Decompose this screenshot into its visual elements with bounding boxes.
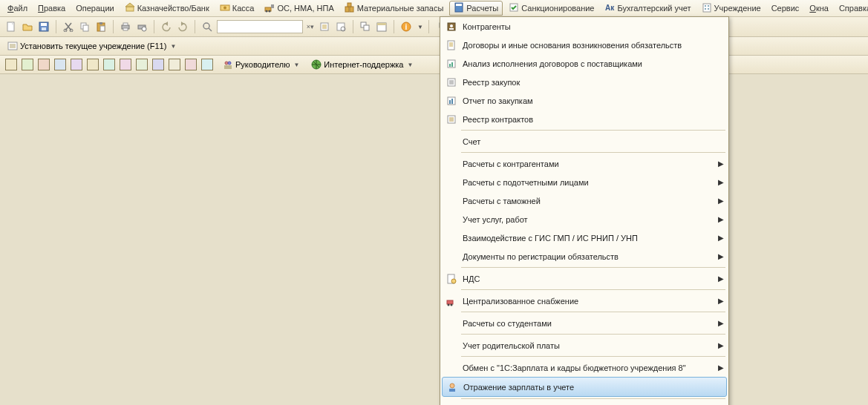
svg-point-5	[266, 10, 268, 13]
dd-item-24[interactable]: Обмен с "1С:Зарплата и кадры бюджетного …	[440, 358, 728, 377]
new-doc-icon[interactable]	[4, 20, 18, 33]
menu-касса[interactable]: Касса	[215, 1, 259, 16]
tb3-icon-13[interactable]	[200, 58, 214, 71]
dd-item-13[interactable]: Взаимодействие с ГИС ГМП / ИС РНИП / УНП…	[440, 228, 728, 247]
chevron-right-icon: ▶	[718, 297, 724, 305]
svg-rect-12	[456, 4, 462, 6]
chevron-down-icon[interactable]: ▼	[417, 24, 423, 30]
svg-rect-34	[447, 300, 453, 304]
svg-point-21	[450, 24, 453, 27]
menu-правка[interactable]: Правка	[33, 2, 70, 14]
svg-rect-17	[708, 5, 709, 7]
svg-point-33	[451, 279, 456, 283]
tb3-icon-9[interactable]	[135, 58, 149, 71]
windows-icon[interactable]	[359, 20, 372, 33]
dd-item-14[interactable]: Документы по регистрации обязательств▶	[440, 247, 728, 266]
tb3-icon-12[interactable]	[184, 58, 198, 71]
dd-item-25[interactable]: Отражение зарплаты в учете	[442, 377, 727, 397]
tb3-icon-1[interactable]	[4, 58, 18, 71]
set-org-button[interactable]: Установить текущее учреждение (F11) ▼	[4, 41, 179, 51]
dd-item-label: Документы по регистрации обязательств	[463, 252, 718, 261]
menu-бухгалтерский-учет[interactable]: АкБухгалтерский учет	[600, 1, 695, 16]
search-input[interactable]	[217, 20, 303, 33]
save-icon[interactable]	[37, 20, 50, 33]
menu-операции[interactable]: Операции	[71, 2, 118, 14]
manager-menu[interactable]: Руководителю ▼	[220, 59, 302, 70]
dd-item-label: Централизованное снабжение	[463, 297, 718, 306]
dd-item-9[interactable]: Расчеты с контрагентами▶	[440, 154, 728, 173]
dd-item-2[interactable]: Анализ исполнения договоров с поставщика…	[440, 54, 728, 73]
filter2-icon[interactable]	[334, 20, 347, 33]
menu-казначейство-банк[interactable]: Казначейство/Банк	[120, 1, 214, 16]
calendar-icon[interactable]	[375, 20, 388, 33]
svg-rect-30	[451, 99, 453, 104]
svg-rect-26	[451, 62, 453, 67]
undo-icon[interactable]	[160, 20, 173, 33]
search-icon[interactable]	[200, 20, 214, 33]
print-icon[interactable]	[119, 20, 132, 33]
set-org-label: Установить текущее учреждение (F11)	[20, 42, 166, 50]
chevron-down-icon: ▼	[407, 62, 413, 68]
dd-item-27[interactable]: Учет займов, кредитов▶	[440, 401, 728, 405]
svg-marker-56	[165, 22, 168, 26]
tb3-icon-11[interactable]	[168, 58, 181, 71]
print-preview-icon[interactable]	[135, 20, 149, 33]
filter-icon[interactable]	[318, 20, 331, 33]
svg-rect-42	[41, 23, 47, 26]
dd-item-label: Счет	[463, 137, 724, 146]
dd-item-label: Отчет по закупкам	[463, 96, 724, 105]
menu-окна[interactable]: Окна	[805, 2, 833, 14]
dd-item-11[interactable]: Расчеты с таможней▶	[440, 191, 728, 210]
tb3-icon-10[interactable]	[151, 58, 165, 71]
paste-icon[interactable]	[94, 20, 108, 33]
dd-item-label: Контрагенты	[463, 22, 724, 31]
search-dropdown-icon[interactable]: ×▾	[306, 20, 315, 33]
dd-item-10[interactable]: Расчеты с подотчетными лицами▶	[440, 173, 728, 191]
bank-icon	[125, 2, 135, 14]
dd-item-4[interactable]: Отчет по закупкам	[440, 91, 728, 110]
tb3-icon-6[interactable]	[86, 58, 99, 71]
support-menu[interactable]: Интернет-поддержка ▼	[308, 59, 416, 70]
chevron-right-icon: ▶	[718, 274, 724, 283]
dd-item-1[interactable]: Договоры и иные основания возникновения …	[440, 36, 728, 54]
cut-icon[interactable]	[62, 20, 75, 33]
copy-icon[interactable]	[78, 20, 91, 33]
svg-point-35	[448, 303, 450, 306]
dd-item-7[interactable]: Счет	[440, 132, 728, 151]
tb3-icon-3[interactable]	[37, 58, 50, 71]
open-icon[interactable]	[21, 20, 34, 33]
tb3-icon-8[interactable]	[119, 58, 132, 71]
blank-icon	[445, 232, 458, 244]
info-icon[interactable]: i	[399, 20, 413, 33]
menu-label: Сервис	[771, 4, 800, 13]
menu-ос-нма-нпа[interactable]: ОС, НМА, НПА	[260, 1, 338, 16]
dd-item-0[interactable]: Контрагенты	[440, 17, 728, 36]
menu-сервис[interactable]: Сервис	[767, 2, 804, 14]
list2-icon	[445, 113, 458, 125]
svg-rect-52	[123, 23, 128, 25]
menu-файл[interactable]: Файл	[3, 2, 32, 14]
dd-item-label: Расчеты с таможней	[463, 197, 718, 205]
dd-item-18[interactable]: Централизованное снабжение▶	[440, 292, 728, 310]
dd-item-22[interactable]: Учет родительской платы▶	[440, 336, 728, 355]
tb3-icon-4[interactable]	[53, 58, 67, 71]
dd-item-3[interactable]: Реестр закупок	[440, 73, 728, 91]
menu-материальные-запасы[interactable]: Материальные запасы	[340, 1, 448, 16]
tb3-icon-2[interactable]	[21, 58, 34, 71]
chevron-right-icon: ▶	[718, 178, 724, 186]
svg-rect-64	[364, 25, 369, 30]
main-toolbar: ×▾ i ▼	[0, 17, 868, 37]
menu-справка[interactable]: Справка	[835, 2, 868, 14]
redo-icon[interactable]	[176, 20, 189, 33]
tb3-icon-7[interactable]	[102, 58, 116, 71]
dd-item-label: Учет услуг, работ	[463, 215, 718, 224]
dd-item-12[interactable]: Учет услуг, работ▶	[440, 210, 728, 228]
svg-point-36	[451, 303, 453, 306]
menu-расчеты[interactable]: Расчеты	[449, 1, 503, 16]
menu-санкционирование[interactable]: Санкционирование	[504, 1, 598, 16]
tb3-icon-5[interactable]	[70, 58, 83, 71]
dd-item-16[interactable]: НДС▶	[440, 269, 728, 288]
dd-item-5[interactable]: Реестр контрактов	[440, 110, 728, 128]
dd-item-20[interactable]: Расчеты со студентами▶	[440, 314, 728, 332]
menu-учреждение[interactable]: Учреждение	[697, 1, 766, 16]
